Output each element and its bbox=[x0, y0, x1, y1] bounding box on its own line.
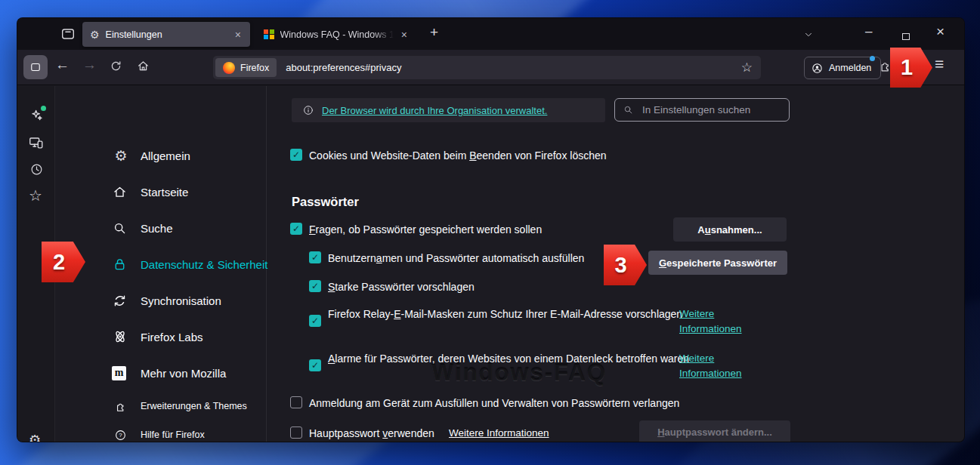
strong-passwords-checkbox[interactable]: ✓ bbox=[309, 280, 321, 292]
sidebar-item-label: Datenschutz & Sicherheit bbox=[141, 258, 267, 271]
relay-learn-more-link[interactable]: Weitere Informationen bbox=[679, 306, 768, 337]
primary-password-learn-more-link[interactable]: Weitere Informationen bbox=[449, 426, 549, 441]
firefox-logo-icon bbox=[223, 62, 235, 74]
tab-bar: ⚙ Einstellungen × Windows FAQ - Windows … bbox=[17, 18, 964, 50]
sidebar-item-label: Firefox Labs bbox=[141, 331, 203, 343]
breach-learn-more-link[interactable]: Weitere Informationen bbox=[679, 351, 768, 381]
home-icon[interactable] bbox=[136, 59, 150, 73]
sidebar-item-mehr-von-mozilla[interactable]: m Mehr von Mozilla bbox=[112, 362, 226, 384]
synced-tabs-icon[interactable] bbox=[28, 134, 45, 151]
home-icon bbox=[112, 184, 130, 200]
ask-to-save-checkbox[interactable]: ✓ bbox=[290, 223, 302, 235]
signin-label: Anmelden bbox=[829, 63, 871, 73]
watermark: Windows-FAQ bbox=[431, 359, 607, 386]
sidebar-item-startseite[interactable]: Startseite bbox=[112, 180, 188, 203]
info-icon bbox=[302, 104, 314, 116]
sidebar-item-label: Synchronisation bbox=[141, 294, 221, 307]
managed-notice-link[interactable]: Der Browser wird durch Ihre Organisation… bbox=[322, 105, 547, 116]
sidebar-toggle-button[interactable] bbox=[23, 55, 48, 79]
ai-sparkle-icon[interactable] bbox=[29, 107, 45, 123]
url-text[interactable]: about:preferences#privacy bbox=[286, 62, 401, 73]
tab-title: Einstellungen bbox=[106, 29, 162, 40]
identity-chip[interactable]: Firefox bbox=[215, 58, 277, 77]
tab-settings[interactable]: ⚙ Einstellungen × bbox=[82, 22, 250, 47]
breach-alerts-checkbox[interactable]: ✓ bbox=[309, 359, 321, 371]
cookies-label: Cookies und Website-Daten beim Beenden v… bbox=[309, 148, 607, 163]
minimize-button[interactable]: – bbox=[865, 24, 872, 39]
new-tab-button[interactable]: + bbox=[430, 24, 438, 41]
back-button[interactable]: ← bbox=[55, 57, 70, 73]
mozilla-logo: m bbox=[112, 366, 130, 380]
question-icon: ? bbox=[114, 429, 130, 442]
close-icon[interactable]: × bbox=[400, 29, 409, 40]
autofill-checkbox[interactable]: ✓ bbox=[309, 251, 321, 263]
managed-browser-notice: Der Browser wird durch Ihre Organisation… bbox=[292, 98, 605, 122]
new-badge-dot bbox=[41, 106, 46, 111]
tab-title: Windows FAQ - Windows 11 / 1 bbox=[280, 29, 394, 40]
settings-search[interactable] bbox=[614, 98, 790, 122]
close-icon[interactable]: × bbox=[233, 29, 243, 40]
change-primary-password-button: Hauptpasswort ändern... bbox=[639, 420, 790, 442]
address-bar[interactable]: Firefox about:preferences#privacy ☆ bbox=[212, 55, 762, 80]
puzzle-icon bbox=[114, 400, 130, 413]
cookies-checkbox[interactable]: ✓ bbox=[290, 149, 302, 161]
firefox-view-icon[interactable] bbox=[60, 26, 76, 42]
exceptions-button[interactable]: Ausnahmen... bbox=[673, 217, 787, 242]
windows-logo-icon bbox=[264, 29, 274, 40]
account-icon bbox=[811, 62, 824, 75]
chevron-down-icon[interactable] bbox=[803, 29, 814, 40]
autofill-label: Benutzernamen und Passwörter automatisch… bbox=[328, 251, 584, 266]
sidebar-item-suche[interactable]: Suche bbox=[112, 217, 173, 239]
ask-to-save-label: Fragen, ob Passwörter gespeichert werden… bbox=[309, 222, 542, 237]
relay-label: Firefox Relay-E-Mail-Masken zum Schutz I… bbox=[328, 306, 683, 322]
sidebar-item-label: Suche bbox=[141, 222, 173, 235]
sidebar-item-label: Mehr von Mozilla bbox=[141, 367, 226, 380]
forward-button[interactable]: → bbox=[82, 57, 97, 73]
search-icon bbox=[623, 104, 634, 115]
sidebar-item-label: Hilfe für Firefox bbox=[141, 430, 205, 440]
atom-icon bbox=[112, 328, 130, 345]
strong-passwords-label: Starke Passwörter vorschlagen bbox=[328, 279, 475, 294]
check-icon: ✓ bbox=[292, 149, 300, 160]
sidebar-item-label: Startseite bbox=[141, 186, 188, 199]
sidebar-item-label: Allgemein bbox=[141, 149, 190, 162]
search-icon bbox=[112, 220, 130, 236]
primary-password-label: Hauptpasswort verwenden bbox=[309, 426, 434, 441]
settings-gear-icon[interactable]: ⚙ bbox=[29, 432, 41, 442]
os-reauth-label: Anmeldung am Gerät zum Ausfüllen und Ver… bbox=[309, 396, 679, 411]
sync-icon bbox=[112, 293, 130, 309]
relay-checkbox[interactable]: ✓ bbox=[309, 315, 321, 327]
sidebar-item-datenschutz-sicherheit[interactable]: Datenschutz & Sicherheit bbox=[112, 253, 267, 276]
os-reauth-checkbox[interactable] bbox=[290, 396, 302, 408]
menu-hamburger-button[interactable]: ≡ bbox=[935, 55, 944, 73]
bookmark-star-icon[interactable]: ☆ bbox=[741, 60, 753, 75]
svg-text:?: ? bbox=[119, 432, 122, 439]
gear-icon: ⚙ bbox=[90, 29, 100, 41]
identity-label: Firefox bbox=[240, 63, 269, 73]
sidebar-item-firefox-labs[interactable]: Firefox Labs bbox=[112, 325, 203, 348]
history-clock-icon[interactable] bbox=[29, 162, 44, 177]
sidebar-item-allgemein[interactable]: ⚙ Allgemein bbox=[112, 144, 190, 167]
maximize-button[interactable] bbox=[902, 29, 910, 43]
passwords-heading: Passwörter bbox=[292, 195, 359, 209]
lock-icon bbox=[112, 257, 130, 273]
sidebar-item-erweiterungen-themes[interactable]: Erweiterungen & Themes bbox=[114, 396, 247, 416]
search-input[interactable] bbox=[641, 103, 765, 116]
primary-password-checkbox[interactable] bbox=[290, 427, 302, 439]
notification-dot bbox=[870, 56, 875, 61]
saved-passwords-button[interactable]: Gespeicherte Passwörter bbox=[648, 251, 787, 275]
screenshot: ⚙ Einstellungen × Windows FAQ - Windows … bbox=[0, 0, 980, 465]
bookmarks-star-icon[interactable]: ☆ bbox=[29, 186, 42, 205]
close-window-button[interactable]: × bbox=[936, 23, 944, 40]
sidebar-item-hilfe[interactable]: ? Hilfe für Firefox bbox=[114, 425, 205, 442]
tab-windows-faq[interactable]: Windows FAQ - Windows 11 / 1 × bbox=[256, 22, 416, 47]
sidebar-item-label: Erweiterungen & Themes bbox=[141, 401, 247, 411]
sidebar-item-synchronisation[interactable]: Synchronisation bbox=[112, 289, 221, 312]
browser-window: ⚙ Einstellungen × Windows FAQ - Windows … bbox=[17, 17, 965, 442]
reload-icon[interactable] bbox=[109, 59, 123, 73]
gear-icon: ⚙ bbox=[112, 147, 130, 165]
navigation-toolbar: ← → Firefox about:preferences#privacy ☆ bbox=[17, 50, 964, 85]
